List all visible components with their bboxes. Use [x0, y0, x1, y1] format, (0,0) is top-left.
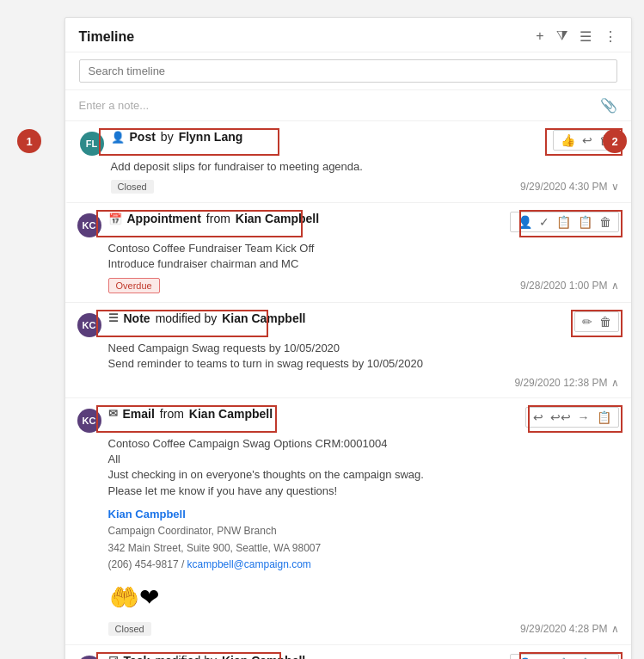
item-author: Kian Campbell	[189, 407, 273, 421]
item-timestamp: 9/29/2020 4:30 PM ∨	[520, 181, 618, 193]
expand-arrow[interactable]: ∧	[611, 280, 619, 292]
appt-body: Contoso Coffee Fundraiser Team Kick Off …	[108, 241, 619, 272]
add-icon[interactable]: +	[536, 28, 543, 45]
note-placeholder[interactable]: Enter a note...	[79, 99, 150, 112]
panel-title: Timeline	[79, 29, 135, 45]
panel-header: Timeline + ⧩ ☰ ⋮	[65, 18, 631, 52]
item-type: Appointment	[127, 212, 201, 225]
appt-actions: 👤 ✓ 📋 📋 🗑	[510, 212, 619, 232]
item-author: Flynn Lang	[179, 130, 243, 144]
search-input[interactable]	[79, 59, 617, 83]
logo-image: 🤲❤	[108, 578, 160, 617]
avatar-kc: KC	[77, 313, 101, 337]
email-footer: Closed 9/29/2020 4:28 PM ∧	[108, 622, 619, 636]
avatar-kc: KC	[77, 213, 101, 237]
item-timestamp: 9/29/2020 4:28 PM ∧	[520, 623, 618, 635]
forward-icon[interactable]: →	[578, 410, 590, 424]
item-author-prefix: by	[161, 130, 174, 144]
main-container: 1 2 Timeline + ⧩ ☰ ⋮ Enter a note... 📎	[17, 17, 627, 659]
item-left: KC ✉ Email from Kian Campbell	[77, 407, 518, 433]
note-body: Need Campaign Swag requests by 10/05/202…	[108, 341, 619, 372]
item-author-prefix: modified by	[156, 311, 218, 325]
post-body: Add deposit slips for fundraiser to meet…	[111, 159, 619, 175]
item-header: KC ☑ Task modified by Kian Campbell 👤 ✓	[77, 654, 619, 659]
task-actions: 👤 ✓ 📋 📋 🗑	[510, 654, 619, 659]
delete-icon[interactable]: 🗑	[599, 315, 611, 329]
timeline-item-post: FL 👤 Post by Flynn Lang 👍 ↩ 🗑	[65, 121, 631, 203]
item-header: KC ☰ Note modified by Kian Campbell ✏ 🗑	[77, 311, 619, 337]
expand-arrow[interactable]: ∨	[611, 181, 619, 193]
signature-email[interactable]: kcampbell@campaign.com	[187, 558, 311, 570]
note-actions: ✏ 🗑	[574, 311, 619, 332]
item-title: ✉ Email from Kian Campbell	[108, 407, 273, 421]
item-author-prefix: from	[160, 407, 184, 421]
item-left: KC 📅 Appointment from Kian Campbell	[77, 212, 503, 237]
expand-arrow[interactable]: ∧	[611, 377, 619, 389]
search-bar	[65, 52, 631, 90]
item-type: Note	[124, 311, 150, 325]
email-body: Contoso Coffee Campaign Swag Options CRM…	[108, 436, 619, 499]
reply-all-icon[interactable]: ↩↩	[550, 410, 571, 424]
note-icon: ☰	[108, 311, 119, 324]
item-title: 📅 Appointment from Kian Campbell	[108, 212, 320, 225]
delete-icon[interactable]: 🗑	[599, 215, 611, 229]
timeline-item-note: KC ☰ Note modified by Kian Campbell ✏ 🗑	[65, 303, 631, 398]
copy-icon-2[interactable]: 📋	[578, 215, 592, 229]
reply-icon[interactable]: ↩	[533, 410, 543, 424]
reply-icon[interactable]: ↩	[582, 133, 592, 147]
timeline-item-task: KC ☑ Task modified by Kian Campbell 👤 ✓	[65, 645, 631, 659]
copy-icon-1[interactable]: 📋	[556, 215, 571, 229]
note-footer: 9/29/2020 12:38 PM ∧	[108, 377, 619, 389]
note-bar: Enter a note... 📎	[65, 90, 631, 121]
item-timestamp: 9/28/2020 1:00 PM ∧	[520, 280, 618, 292]
header-actions: + ⧩ ☰ ⋮	[536, 28, 616, 45]
timeline-panel: Timeline + ⧩ ☰ ⋮ Enter a note... 📎	[64, 17, 632, 659]
signature-contact: (206) 454-9817 / kcampbell@campaign.com	[108, 557, 619, 573]
assign-icon[interactable]: 👤	[518, 215, 532, 229]
status-badge-overdue: Overdue	[108, 278, 160, 293]
appt-footer: Overdue 9/28/2020 1:00 PM ∧	[108, 278, 619, 293]
item-type: Post	[130, 130, 156, 144]
email-actions: ↩ ↩↩ → 📋	[525, 407, 619, 428]
sort-icon[interactable]: ☰	[580, 28, 592, 45]
post-footer: Closed 9/29/2020 4:30 PM ∨	[111, 180, 619, 194]
item-title: 👤 Post by Flynn Lang	[111, 130, 243, 144]
callout-label-1: 1	[17, 129, 41, 153]
filter-icon[interactable]: ⧩	[556, 28, 567, 45]
expand-arrow[interactable]: ∧	[611, 623, 619, 635]
item-header: KC ✉ Email from Kian Campbell ↩ ↩↩	[77, 407, 619, 433]
avatar-fl: FL	[80, 132, 104, 156]
item-timestamp: 9/29/2020 12:38 PM ∧	[514, 377, 618, 389]
attachment-icon[interactable]: 📎	[600, 97, 617, 114]
signature-name: Kian Campbell	[108, 506, 619, 524]
item-type: Email	[123, 407, 155, 421]
callout-label-2: 2	[603, 129, 627, 153]
item-header: KC 📅 Appointment from Kian Campbell 👤 ✓	[77, 212, 619, 237]
item-title: ☰ Note modified by Kian Campbell	[108, 311, 306, 325]
status-badge-closed: Closed	[111, 180, 154, 194]
item-header: FL 👤 Post by Flynn Lang 👍 ↩ 🗑	[80, 130, 619, 156]
avatar-kc: KC	[77, 409, 101, 433]
status-badge-closed: Closed	[108, 622, 151, 636]
signature-title: Campaign Coordinator, PNW Branch	[108, 523, 619, 539]
complete-icon[interactable]: ✓	[539, 215, 549, 229]
item-title: ☑ Task modified by Kian Campbell	[108, 654, 306, 659]
item-left: FL 👤 Post by Flynn Lang	[80, 130, 546, 156]
more-icon[interactable]: ⋮	[604, 28, 617, 45]
post-icon: 👤	[111, 131, 125, 144]
copy-icon[interactable]: 📋	[597, 410, 611, 424]
like-icon[interactable]: 👍	[561, 133, 575, 147]
item-type: Task	[124, 654, 150, 659]
timeline-item-appointment: KC 📅 Appointment from Kian Campbell 👤 ✓	[65, 203, 631, 302]
edit-icon[interactable]: ✏	[582, 315, 592, 329]
item-left: KC ☰ Note modified by Kian Campbell	[77, 311, 567, 337]
signature-address: 342 Main Street, Suite 900, Seattle, WA …	[108, 540, 619, 557]
signature-block: Kian Campbell Campaign Coordinator, PNW …	[108, 506, 619, 573]
timeline-item-email: KC ✉ Email from Kian Campbell ↩ ↩↩	[65, 398, 631, 645]
item-author: Kian Campbell	[222, 654, 305, 659]
item-author-prefix: modified by	[155, 654, 217, 659]
avatar-kc: KC	[77, 656, 101, 659]
appointment-icon: 📅	[108, 212, 122, 225]
item-author-prefix: from	[206, 212, 230, 225]
email-icon: ✉	[108, 407, 118, 420]
